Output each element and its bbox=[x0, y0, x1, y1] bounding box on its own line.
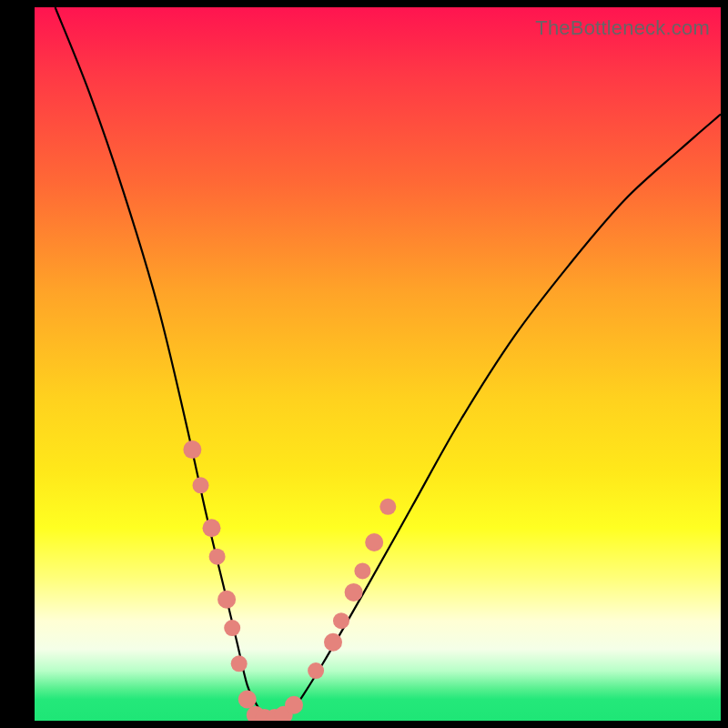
curve-markers bbox=[183, 440, 396, 721]
curve-marker bbox=[203, 519, 221, 537]
curve-marker bbox=[345, 583, 363, 602]
plot-area: TheBottleneck.com bbox=[35, 7, 721, 721]
chart-frame: TheBottleneck.com bbox=[0, 0, 728, 728]
bottleneck-curve bbox=[56, 7, 721, 720]
curve-marker bbox=[285, 696, 303, 714]
curve-marker bbox=[231, 655, 248, 672]
curve-marker bbox=[209, 549, 226, 565]
curve-marker bbox=[379, 499, 396, 515]
curve-marker bbox=[183, 440, 201, 459]
curve-marker bbox=[224, 620, 240, 636]
chart-svg bbox=[35, 7, 721, 721]
curve-marker bbox=[365, 533, 383, 551]
curve-marker bbox=[324, 633, 342, 652]
watermark-text: TheBottleneck.com bbox=[535, 16, 710, 40]
curve-marker bbox=[333, 612, 349, 629]
curve-marker bbox=[238, 691, 257, 709]
curve-marker bbox=[308, 662, 324, 679]
curve-marker bbox=[354, 562, 370, 579]
curve-marker bbox=[193, 477, 209, 493]
curve-marker bbox=[217, 591, 236, 609]
